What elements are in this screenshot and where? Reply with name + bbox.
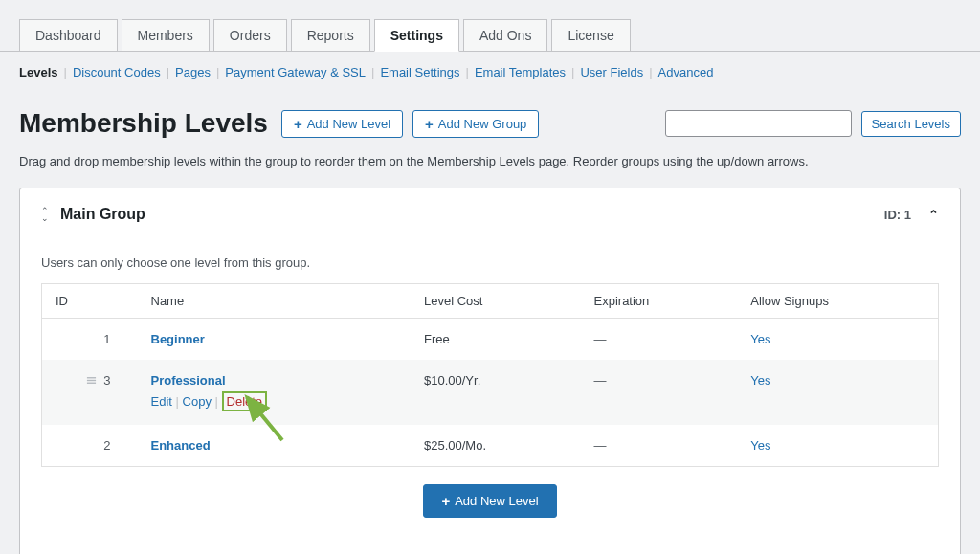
- page-description: Drag and drop membership levels within t…: [19, 154, 961, 168]
- row-actions: Edit | Copy | Delete: [151, 391, 397, 411]
- col-header-name: Name: [138, 284, 411, 319]
- tab-orders[interactable]: Orders: [213, 19, 287, 51]
- col-header-signups: Allow Signups: [737, 284, 938, 319]
- tab-settings[interactable]: Settings: [374, 19, 459, 52]
- col-header-cost: Level Cost: [411, 284, 581, 319]
- cell-expiration: —: [581, 319, 738, 361]
- level-name-link[interactable]: Professional: [151, 373, 226, 388]
- cell-expiration: —: [581, 425, 738, 467]
- col-header-id: ID: [42, 284, 138, 319]
- drag-handle-icon[interactable]: [86, 374, 97, 388]
- add-new-group-button[interactable]: + Add New Group: [412, 110, 539, 138]
- group-title: Main Group: [60, 206, 145, 223]
- tab-add-ons[interactable]: Add Ons: [463, 19, 547, 51]
- search-levels-button[interactable]: Search Levels: [861, 111, 961, 137]
- group-sort-handle[interactable]: ⌃ ⌄: [41, 208, 49, 221]
- group-header: ⌃ ⌄ Main Group ID: 1 ⌃: [20, 188, 960, 240]
- edit-action[interactable]: Edit: [151, 394, 172, 409]
- table-row: 2 Enhanced $25.00/Mo. — Yes: [42, 425, 939, 467]
- cell-expiration: —: [581, 360, 738, 425]
- plus-icon: +: [441, 494, 450, 508]
- cell-id: 3: [42, 360, 138, 425]
- group-main: ⌃ ⌄ Main Group ID: 1 ⌃ Users can only ch…: [19, 188, 961, 554]
- table-row: 1 Beginner Free — Yes: [42, 319, 939, 361]
- primary-tabs: Dashboard Members Orders Reports Setting…: [0, 0, 980, 52]
- tab-license[interactable]: License: [551, 19, 630, 51]
- cell-id: 1: [42, 319, 138, 361]
- level-name-link[interactable]: Enhanced: [151, 438, 211, 453]
- cell-cost: $25.00/Mo.: [411, 425, 581, 467]
- tab-dashboard[interactable]: Dashboard: [19, 19, 118, 51]
- allow-signups-link[interactable]: Yes: [750, 332, 770, 346]
- group-note: Users can only choose one level from thi…: [41, 255, 939, 270]
- settings-subnav: Levels| Discount Codes| Pages| Payment G…: [19, 52, 961, 93]
- group-id: ID: 1: [884, 208, 911, 222]
- add-new-level-bottom-label: Add New Level: [455, 494, 538, 508]
- subnav-discount-codes[interactable]: Discount Codes: [73, 65, 161, 79]
- add-new-level-bottom-button[interactable]: + Add New Level: [423, 484, 556, 518]
- subnav-advanced[interactable]: Advanced: [658, 65, 714, 79]
- plus-icon: +: [294, 117, 302, 131]
- add-new-level-button[interactable]: + Add New Level: [281, 110, 403, 138]
- add-new-group-label: Add New Group: [438, 117, 527, 131]
- page-header-row: Membership Levels + Add New Level + Add …: [19, 108, 961, 139]
- plus-icon: +: [425, 117, 434, 131]
- collapse-group-icon[interactable]: ⌃: [928, 208, 939, 222]
- subnav-pages[interactable]: Pages: [175, 65, 211, 79]
- allow-signups-link[interactable]: Yes: [750, 373, 770, 388]
- subnav-email-templates[interactable]: Email Templates: [475, 65, 566, 79]
- levels-table: ID Name Level Cost Expiration Allow Sign…: [41, 283, 939, 467]
- tab-reports[interactable]: Reports: [291, 19, 370, 51]
- delete-highlight: Delete: [222, 391, 268, 411]
- level-name-link[interactable]: Beginner: [151, 332, 205, 346]
- cell-id: 2: [42, 425, 138, 467]
- cell-cost: $10.00/Yr.: [411, 360, 581, 425]
- delete-action[interactable]: Delete: [227, 394, 263, 409]
- subnav-user-fields[interactable]: User Fields: [580, 65, 643, 79]
- chevron-down-icon: ⌄: [41, 215, 49, 221]
- subnav-levels[interactable]: Levels: [19, 65, 57, 79]
- allow-signups-link[interactable]: Yes: [750, 438, 770, 453]
- subnav-payment-gateway[interactable]: Payment Gateway & SSL: [225, 65, 366, 79]
- subnav-email-settings[interactable]: Email Settings: [380, 65, 459, 79]
- table-row: 3 Professional Edit | Copy | Delete: [42, 360, 939, 425]
- add-new-level-label: Add New Level: [307, 117, 390, 131]
- search-input[interactable]: [665, 110, 852, 137]
- copy-action[interactable]: Copy: [183, 394, 212, 409]
- cell-cost: Free: [411, 319, 581, 361]
- col-header-expiration: Expiration: [581, 284, 738, 319]
- page-title: Membership Levels: [19, 108, 268, 139]
- tab-members[interactable]: Members: [122, 19, 210, 51]
